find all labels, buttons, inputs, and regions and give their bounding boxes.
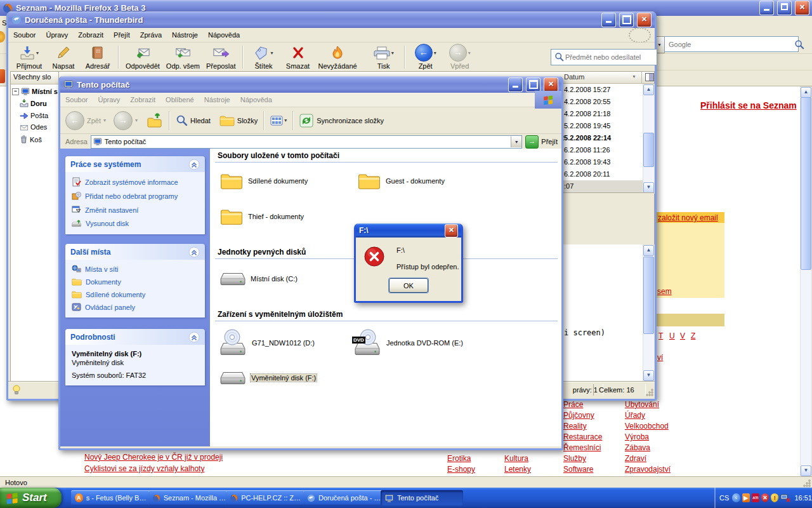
letter-link-u[interactable]: U	[669, 331, 675, 340]
place-shared-documents[interactable]: Sdílené dokumenty	[72, 290, 201, 298]
catalog-link[interactable]: Řemeslníci	[563, 443, 601, 452]
error-dialog-close-button[interactable]: ✕	[445, 224, 458, 237]
collapse-chevron-icon[interactable]	[188, 331, 200, 343]
place-documents[interactable]: Dokumenty	[72, 277, 201, 286]
sync-button[interactable]: Synchronizace složky	[299, 114, 384, 128]
column-picker-icon[interactable]	[645, 73, 654, 81]
catalog-link[interactable]: Zábava	[625, 443, 650, 452]
taskbar-button-thunderbird[interactable]: Doručená pošta - Thu...	[303, 490, 386, 505]
forward-button[interactable]: Přeposlat	[203, 44, 239, 71]
address-combo[interactable]: Tento počítač ▼	[91, 135, 522, 149]
message-scrollbar[interactable]: ▲ ▼	[643, 244, 655, 382]
security-alert-icon[interactable]: !	[771, 493, 778, 502]
receive-button[interactable]: ▾ Přijmout	[12, 44, 46, 71]
mc-minimize-button[interactable]	[508, 77, 523, 92]
catalog-link[interactable]: Úřady	[625, 411, 645, 420]
firefox-search-input[interactable]	[664, 36, 799, 52]
antivirus-shield-icon[interactable]: ✕	[761, 493, 769, 502]
letter-link-t[interactable]: T	[658, 331, 663, 340]
new-email-link[interactable]: založit nový email	[658, 213, 718, 222]
catalog-link[interactable]: Služby	[563, 454, 586, 463]
catalog-link[interactable]: Restaurace	[563, 432, 602, 441]
task-system-info[interactable]: Zobrazit systémové informace	[72, 177, 201, 187]
menu-prejit[interactable]: Přejít	[108, 29, 135, 41]
collapse-chevron-icon[interactable]	[188, 159, 200, 170]
collapse-chevron-icon[interactable]	[188, 246, 200, 258]
catalog-link[interactable]: Kultura	[504, 454, 528, 463]
folder-item-shared-docs[interactable]: Sdílené dokumenty	[220, 171, 308, 190]
catalog-link[interactable]: Výroba	[625, 432, 649, 441]
ati-tray-icon[interactable]: ATI	[752, 493, 759, 502]
views-button[interactable]: ▾	[270, 115, 287, 126]
task-change-settings[interactable]: Změnit nastavení	[72, 205, 201, 215]
go-button[interactable]: → Přejít	[525, 135, 561, 149]
seznam-login-link[interactable]: Přihlásit se na Seznam	[700, 100, 797, 110]
tag-dropdown-caret[interactable]: ▾	[270, 50, 273, 56]
thunderbird-minimize-button[interactable]	[601, 13, 616, 27]
print-button[interactable]: ▾ Tisk	[367, 44, 401, 71]
language-indicator[interactable]: CS	[719, 494, 729, 502]
reply-all-button[interactable]: Odp. všem	[163, 44, 203, 71]
scroll-thumb[interactable]	[643, 133, 654, 167]
my-computer-titlebar[interactable]: Tento počítač ✕	[60, 76, 561, 93]
up-button[interactable]	[147, 112, 163, 130]
folder-item-inbox[interactable]: Doru	[20, 99, 47, 107]
forward-dropdown-caret[interactable]: ▾	[468, 50, 471, 56]
task-add-remove[interactable]: Přidat nebo odebrat programy	[72, 191, 201, 201]
search-icon[interactable]	[794, 39, 804, 50]
catalog-link[interactable]: Ubytování	[625, 400, 659, 409]
forward-dropdown-caret[interactable]: ▾	[135, 117, 138, 123]
tag-button[interactable]: ▾ Štítek	[247, 44, 281, 71]
thunderbird-maximize-button[interactable]	[619, 13, 634, 27]
folders-button[interactable]: Složky	[219, 114, 258, 126]
menu-upravy[interactable]: Úpravy	[93, 94, 125, 105]
place-network[interactable]: Místa v síti	[72, 265, 201, 273]
hide-icons-chevron[interactable]: ‹	[732, 493, 740, 502]
place-control-panel[interactable]: Ovládací panely	[72, 303, 201, 311]
network-disconnected-icon[interactable]	[780, 493, 790, 502]
menu-napoveda[interactable]: Nápověda	[203, 29, 245, 41]
delete-button[interactable]: Smazat	[281, 44, 315, 71]
drive-item-e[interactable]: DVD Jednotka DVD-ROM (E:)	[355, 329, 463, 357]
news-link[interactable]: Nový Jeep Cherokee je v ČR již v prodeji	[84, 453, 223, 462]
catalog-link[interactable]: Erotika	[447, 454, 471, 463]
mc-close-button[interactable]: ✕	[544, 77, 558, 92]
taskbar-button-firefox-2[interactable]: PC-HELP.CZ :: Zobra...	[226, 490, 308, 505]
error-dialog-titlebar[interactable]: F:\ ✕	[356, 224, 461, 237]
catalog-link[interactable]: Reality	[563, 422, 587, 431]
menu-napoveda[interactable]: Nápověda	[235, 94, 277, 105]
folder-item-trash[interactable]: Koš	[20, 135, 42, 144]
news-link[interactable]: Cyklistovi se za jízdy vzňaly kalhoty	[84, 464, 204, 473]
ok-button[interactable]: OK	[389, 278, 428, 293]
thunderbird-titlebar[interactable]: Doručená pošta - Thunderbird ✕	[8, 11, 655, 28]
back-icon[interactable]: ←	[65, 111, 84, 130]
menu-nastroje[interactable]: Nástroje	[167, 29, 203, 41]
junk-button[interactable]: Nevyžádané	[315, 44, 360, 71]
receive-dropdown-caret[interactable]: ▾	[36, 50, 39, 56]
catalog-link[interactable]: Software	[563, 465, 593, 474]
back-dropdown-caret[interactable]: ▾	[434, 50, 436, 56]
scroll-up-arrow[interactable]: ▲	[801, 87, 811, 98]
media-player-tray-icon[interactable]: ▶	[742, 493, 750, 502]
write-button[interactable]: Napsat	[46, 44, 81, 71]
address-dropdown-button[interactable]: ▼	[511, 137, 521, 147]
drive-item-d[interactable]: G71_NDW1012 (D:)	[220, 329, 315, 357]
views-dropdown-caret[interactable]: ▾	[284, 117, 287, 123]
firefox-page-scrollbar[interactable]: ▲ ▼	[800, 86, 812, 476]
mail-list-scrollbar[interactable]: ▲ ▼	[643, 84, 655, 194]
menu-oblibene[interactable]: Oblíbené	[160, 94, 199, 105]
firefox-restore-button[interactable]	[777, 1, 792, 15]
resize-grip[interactable]	[645, 388, 653, 396]
tree-expander-icon[interactable]: −	[12, 88, 19, 95]
address-book-button[interactable]: Adresář	[81, 44, 115, 71]
menu-soubor[interactable]: Soubor	[60, 94, 93, 105]
vi-link[interactable]: ví	[657, 353, 663, 362]
search-button[interactable]: Hledat	[176, 114, 211, 126]
folder-item-guest-docs[interactable]: Guest - dokumenty	[358, 171, 445, 190]
catalog-link[interactable]: Letenky	[504, 465, 531, 474]
folder-item-unsent[interactable]: Pošta	[20, 111, 48, 119]
letter-link-v[interactable]: V	[680, 331, 685, 340]
start-button[interactable]: Start	[0, 488, 62, 508]
firefox-close-button[interactable]: ✕	[795, 1, 809, 15]
forward-icon[interactable]: →	[114, 111, 133, 130]
